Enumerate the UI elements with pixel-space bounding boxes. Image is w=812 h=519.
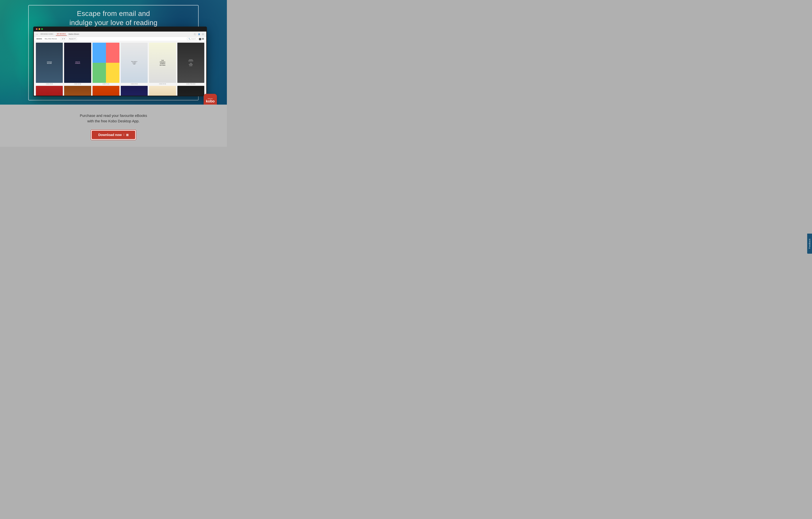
book-cover: HENRYMILLERTropicCancer (36, 86, 63, 96)
description-line2: with the free Kobo Desktop App. (87, 119, 140, 123)
list-item[interactable]: KRISTINHANNAH KOBO EPUB (64, 43, 91, 85)
laptop-mockup: ‹ › BROWSE KOBO MY BOOKS Station Eleven … (33, 27, 207, 96)
search-input[interactable]: 🔍 Search (187, 37, 197, 40)
headline-line2: indulge your love of reading (69, 19, 157, 27)
forward-arrow[interactable]: › (37, 33, 38, 35)
book-label: KOBO PREVIEW (186, 83, 195, 85)
close-button-dot (36, 28, 37, 30)
app-toolbar: ‹ › BROWSE KOBO MY BOOKS Station Eleven … (34, 32, 206, 37)
bottom-section: Purchase and read your favourite eBooks … (0, 104, 227, 147)
apple-icon:  (123, 133, 124, 136)
list-item[interactable]: KOBO PLUS (92, 43, 119, 85)
hero-headline: Escape from email and indulge your love … (55, 9, 172, 27)
settings-icon[interactable]: ⚙ (202, 33, 204, 35)
list-item[interactable]: KAZUOISHIGUROTHEBURIEDGIANT KOBO PREVIEW (177, 43, 204, 85)
book-cover: COCK-ROACHRAW HAGE (177, 86, 204, 96)
book-cover: STATIONELEVEN (36, 43, 63, 83)
headline-line1: Escape from email and (77, 10, 150, 18)
view-toggle[interactable]: ▦ ≡ (199, 38, 204, 40)
book-cover: smittenkitchencookbook (64, 86, 91, 96)
book-label: KOBO EPUB (159, 83, 166, 85)
book-cover: THELUMINARIES (121, 86, 148, 96)
refresh-icon[interactable]: ↻ (194, 33, 196, 35)
download-now-button[interactable]: Download now  ⊞ (92, 131, 135, 139)
download-button-label: Download now (98, 133, 122, 137)
list-item[interactable]: THE SUNALSO RISESERNESTHEMINGWAY KOBO PR… (149, 86, 176, 96)
book-cover: KRISTINHANNAH (64, 43, 91, 83)
list-item[interactable]: Once upon anorthernnight KOBO EPUB (121, 43, 148, 85)
maximize-button-dot (41, 28, 43, 30)
list-item[interactable]: smittenkitchencookbook KOBO EPUB (64, 86, 91, 96)
book-label: KOBO EPUB (74, 83, 81, 85)
list-item[interactable]: THEMARTIANANDY WEIR KOBO EPUB (92, 86, 119, 96)
app-content: ‹ › BROWSE KOBO MY BOOKS Station Eleven … (34, 32, 206, 96)
book-label: KOBO EPUB (46, 83, 53, 85)
windows-icon: ⊞ (126, 133, 128, 137)
book-cover: THEORENDAJOSEPHBOYDEN (149, 43, 176, 83)
list-item[interactable]: THEORENDAJOSEPHBOYDEN KOBO EPUB (149, 43, 176, 85)
books-grid: STATIONELEVEN KOBO EPUB KRISTINHANNAH KO… (34, 41, 206, 96)
bottom-description: Purchase and read your favourite eBooks … (3, 113, 224, 124)
traffic-lights (36, 28, 43, 30)
books-filter-tab[interactable]: BOOKS (36, 38, 43, 40)
my-books-tab[interactable]: MY BOOKS (56, 33, 67, 36)
all-dropdown[interactable]: All ▼ (60, 37, 66, 40)
kobo-text: kobo (206, 99, 215, 103)
hero-section: Escape from email and indulge your love … (0, 0, 227, 104)
back-arrow[interactable]: ‹ (36, 33, 37, 35)
description-line1: Purchase and read your favourite eBooks (80, 114, 147, 118)
book-label: KOBO PLUS (103, 83, 109, 85)
grid-view-icon[interactable]: ▦ (199, 38, 201, 40)
minimize-button-dot (38, 28, 40, 30)
book-cover: THE SUNALSO RISESERNESTHEMINGWAY (149, 86, 176, 96)
search-icon: 🔍 (188, 38, 190, 40)
kobo-logo: Rakuten kobo (204, 94, 217, 104)
recent-dropdown[interactable]: Recent ▼ (68, 37, 77, 40)
list-item[interactable]: COCK-ROACHRAW HAGE KOBO EPUB (177, 86, 204, 96)
book-cover: THEMARTIANANDY WEIR (92, 86, 119, 96)
book-label: KOBO EPUB (131, 83, 138, 85)
nav-arrows[interactable]: ‹ › (36, 33, 38, 35)
list-item[interactable]: STATIONELEVEN KOBO EPUB (36, 43, 63, 85)
book-cover: KAZUOISHIGUROTHEBURIEDGIANT (177, 43, 204, 83)
book-cover (92, 43, 119, 83)
download-button-wrapper: Download now  ⊞ (91, 130, 136, 140)
current-book-title: Station Eleven (68, 33, 79, 35)
filter-bar: BOOKS RELATED READS All ▼ Recent ▼ 🔍 Sea… (34, 37, 206, 41)
browse-kobo-tab[interactable]: BROWSE KOBO (39, 33, 54, 35)
related-reads-tab[interactable]: RELATED READS (44, 38, 58, 40)
list-item[interactable]: HENRYMILLERTropicCancer KOBO EPUB (36, 86, 63, 96)
list-item[interactable]: THELUMINARIES KOBO PREVIEW (121, 86, 148, 96)
list-view-icon[interactable]: ≡ (202, 38, 204, 40)
toolbar-right: ↻ 👤 ⚙ (194, 33, 204, 35)
account-icon[interactable]: 👤 (198, 33, 200, 35)
book-cover: Once upon anorthernnight (121, 43, 148, 83)
